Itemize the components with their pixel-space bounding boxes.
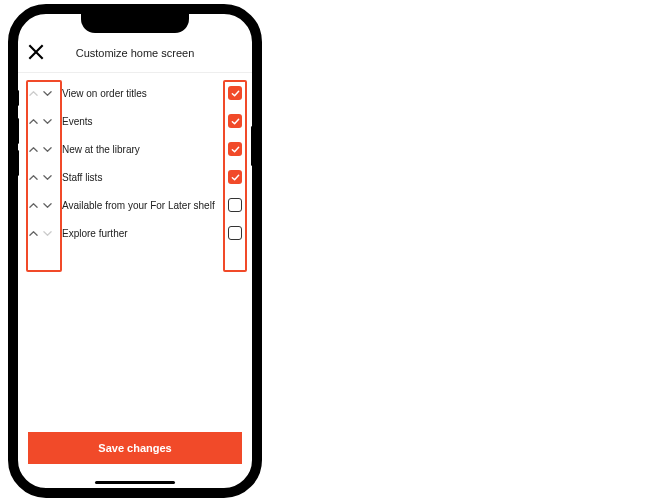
- chevron-up-icon[interactable]: [28, 228, 38, 238]
- chevron-up-icon: [28, 88, 38, 98]
- screen: Customize home screen View on order titl…: [18, 14, 252, 488]
- chevron-up-icon[interactable]: [28, 172, 38, 182]
- reorder-controls: [28, 200, 58, 210]
- settings-list: View on order titlesEventsNew at the lib…: [18, 73, 252, 247]
- close-icon[interactable]: [28, 44, 44, 62]
- reorder-controls: [28, 144, 58, 154]
- visibility-checkbox[interactable]: [228, 170, 242, 184]
- home-indicator: [95, 481, 175, 484]
- page-title: Customize home screen: [44, 47, 226, 59]
- visibility-checkbox[interactable]: [228, 114, 242, 128]
- device-notch: [81, 13, 189, 33]
- item-label: Available from your For Later shelf: [58, 199, 228, 212]
- header: Customize home screen: [18, 38, 252, 73]
- reorder-controls: [28, 116, 58, 126]
- chevron-down-icon[interactable]: [42, 88, 52, 98]
- item-label: Staff lists: [58, 171, 228, 184]
- visibility-checkbox[interactable]: [228, 86, 242, 100]
- chevron-down-icon[interactable]: [42, 144, 52, 154]
- chevron-down-icon[interactable]: [42, 172, 52, 182]
- chevron-down-icon[interactable]: [42, 200, 52, 210]
- reorder-controls: [28, 88, 58, 98]
- item-label: View on order titles: [58, 87, 228, 100]
- chevron-down-icon[interactable]: [42, 116, 52, 126]
- chevron-up-icon[interactable]: [28, 144, 38, 154]
- list-item: Events: [28, 107, 242, 135]
- item-label: New at the library: [58, 143, 228, 156]
- save-button[interactable]: Save changes: [28, 432, 242, 464]
- list-item: Explore further: [28, 219, 242, 247]
- list-item: View on order titles: [28, 79, 242, 107]
- visibility-checkbox[interactable]: [228, 142, 242, 156]
- chevron-down-icon: [42, 228, 52, 238]
- item-label: Events: [58, 115, 228, 128]
- list-item: Available from your For Later shelf: [28, 191, 242, 219]
- reorder-controls: [28, 228, 58, 238]
- chevron-up-icon[interactable]: [28, 200, 38, 210]
- phone-frame: Customize home screen View on order titl…: [8, 4, 262, 498]
- footer: Save changes: [18, 432, 252, 488]
- chevron-up-icon[interactable]: [28, 116, 38, 126]
- list-item: Staff lists: [28, 163, 242, 191]
- visibility-checkbox[interactable]: [228, 198, 242, 212]
- list-item: New at the library: [28, 135, 242, 163]
- item-label: Explore further: [58, 227, 228, 240]
- reorder-controls: [28, 172, 58, 182]
- visibility-checkbox[interactable]: [228, 226, 242, 240]
